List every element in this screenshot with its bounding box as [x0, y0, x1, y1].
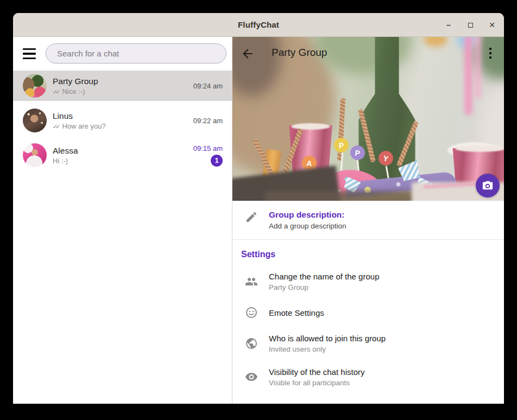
read-receipt-icon: ✓✓: [53, 87, 58, 96]
menu-icon[interactable]: [23, 48, 36, 59]
unread-badge: 1: [211, 155, 223, 167]
chat-row-party-group[interactable]: Party Group ✓✓ Nice :-) 09:24 am: [13, 71, 232, 101]
chat-row-linus[interactable]: Linus ✓✓ How are you? 09:22 am: [13, 105, 232, 136]
sidebar-toolbar: [13, 37, 232, 71]
change-photo-button[interactable]: [476, 174, 500, 198]
setting-history-visibility[interactable]: Visibility of the chat history Visible f…: [232, 360, 504, 394]
setting-emote-settings[interactable]: Emote Settings: [232, 298, 504, 327]
setting-label: Emote Settings: [269, 308, 324, 318]
group-description-label: Group description:: [269, 209, 346, 220]
setting-value: Invited users only: [269, 345, 386, 354]
people-icon: [245, 275, 258, 288]
camera-icon: [482, 180, 494, 192]
window-controls: – ✕: [444, 13, 496, 37]
group-detail-panel: H A P P Y Party Group: [232, 37, 504, 404]
avatar: [23, 143, 47, 167]
eye-icon: [245, 371, 258, 384]
chat-name: Alessa: [53, 145, 193, 156]
edit-pencil-icon: [245, 211, 258, 224]
close-icon[interactable]: ✕: [488, 21, 496, 29]
window-title: FluffyChat: [238, 20, 279, 29]
setting-join-rules[interactable]: Who is allowed to join this group Invite…: [232, 327, 504, 360]
read-receipt-icon: ✓✓: [53, 122, 58, 131]
chat-row-alessa[interactable]: Alessa Hi :-) 09:15 am 1: [13, 140, 232, 170]
back-arrow-icon[interactable]: [241, 47, 255, 61]
emoji-icon: [245, 306, 258, 319]
globe-icon: [245, 337, 258, 350]
chat-name: Party Group: [53, 76, 193, 86]
avatar: [23, 109, 47, 132]
more-options-icon[interactable]: [483, 46, 497, 60]
group-settings-content: Group description: Add a group descripti…: [232, 201, 504, 394]
setting-value: Visible for all participants: [269, 378, 364, 387]
setting-label: Who is allowed to join this group: [269, 333, 386, 343]
chat-time: 09:15 am: [193, 144, 223, 152]
group-header: Party Group: [232, 37, 504, 69]
group-title: Party Group: [272, 47, 327, 59]
avatar: [23, 74, 47, 98]
chat-list-sidebar: Party Group ✓✓ Nice :-) 09:24 am Linus: [13, 37, 232, 404]
chat-preview: How are you?: [62, 122, 105, 131]
chat-name: Linus: [53, 111, 193, 121]
group-description-item[interactable]: Group description: Add a group descripti…: [232, 201, 504, 239]
app-window: FluffyChat – ✕ Part: [13, 13, 504, 404]
setting-label: Visibility of the chat history: [269, 367, 364, 377]
search-input[interactable]: [46, 43, 226, 63]
group-description-value: Add a group description: [269, 221, 346, 231]
settings-heading: Settings: [232, 240, 504, 265]
maximize-icon[interactable]: [466, 21, 475, 29]
chat-preview: Nice :-): [62, 87, 85, 96]
chat-preview: Hi :-): [53, 157, 68, 166]
chat-time: 09:22 am: [193, 117, 223, 125]
setting-value: Party Group: [269, 283, 379, 292]
setting-label: Change the name of the group: [269, 271, 379, 282]
setting-change-group-name[interactable]: Change the name of the group Party Group: [232, 265, 504, 298]
screen-background: FluffyChat – ✕ Part: [0, 0, 517, 420]
window-titlebar: FluffyChat – ✕: [13, 13, 504, 37]
minimize-icon[interactable]: –: [444, 21, 453, 29]
chat-time: 09:24 am: [193, 82, 223, 90]
maximize-box-glyph: [468, 23, 473, 28]
